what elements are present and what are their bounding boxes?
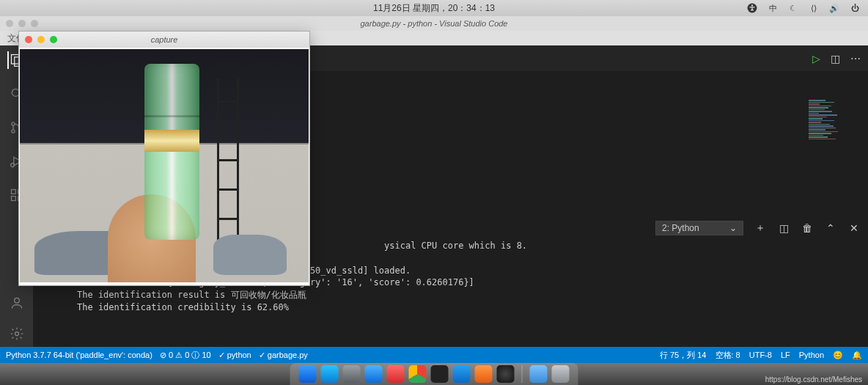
window-controls[interactable] (6, 20, 38, 27)
dock-trash-icon[interactable] (552, 365, 570, 383)
dock-obs-icon[interactable] (497, 365, 515, 383)
svg-point-6 (11, 122, 14, 125)
close-icon[interactable] (25, 36, 32, 43)
moon-icon[interactable]: ☾ (787, 2, 799, 14)
volume-icon[interactable]: 🔊 (828, 2, 840, 14)
term-line: The identification result is 可回收物/化妆品瓶 (77, 290, 306, 300)
activity-bar-bottom (8, 294, 26, 348)
dock (290, 363, 578, 385)
capture-window[interactable]: capture (18, 31, 310, 286)
output-icon[interactable]: ⟨⟩ (808, 2, 820, 14)
minimize-icon[interactable] (37, 36, 45, 43)
sb-bell-icon[interactable]: 🔔 (852, 350, 862, 361)
sb-problems[interactable]: ⊘ 0 ⚠ 0 ⓘ 10 (160, 350, 211, 361)
sb-check-python[interactable]: ✓ python (218, 351, 251, 360)
sb-cursor[interactable]: 行 75，列 14 (660, 350, 707, 361)
sb-right: 行 75，列 14 空格: 8 UTF-8 LF Python 😊 🔔 (660, 350, 862, 361)
zoom-icon[interactable] (31, 20, 38, 27)
dock-finder-icon[interactable] (299, 365, 317, 383)
dock-folder-icon[interactable] (530, 365, 548, 383)
svg-rect-11 (11, 190, 15, 194)
power-icon[interactable]: ⏻ (849, 2, 861, 14)
menubar-clock: 11月26日 星期四，20：34：13 (373, 2, 495, 15)
terminal-name: 2: Python (662, 223, 699, 233)
sb-feedback[interactable]: 😊 (833, 350, 843, 361)
dock-vscode-icon[interactable] (453, 365, 471, 383)
svg-point-15 (14, 298, 19, 303)
capture-title: capture (151, 35, 178, 44)
sb-interpreter[interactable]: Python 3.7.7 64-bit ('paddle_env': conda… (6, 351, 152, 359)
chevron-down-icon: ⌄ (729, 223, 737, 233)
sb-eol[interactable]: LF (781, 350, 790, 361)
mac-menubar: 11月26日 星期四，20：34：13 中 ☾ ⟨⟩ 🔊 ⏻ (0, 0, 868, 16)
svg-point-16 (15, 332, 18, 336)
dock-terminal-icon[interactable] (431, 365, 449, 383)
capture-window-controls[interactable] (25, 36, 57, 43)
capture-image (19, 48, 309, 284)
sb-spaces[interactable]: 空格: 8 (716, 350, 740, 361)
dock-appstore-icon[interactable] (321, 365, 339, 383)
sb-check-file[interactable]: ✓ garbage.py (259, 351, 308, 360)
dock-chrome-icon[interactable] (409, 365, 427, 383)
accessibility-icon[interactable] (746, 2, 758, 14)
more-icon[interactable]: ⋯ (850, 53, 861, 65)
vscode-titlebar: garbage.py - python - Visual Studio Code (0, 16, 868, 31)
new-terminal-icon[interactable]: ＋ (754, 221, 767, 235)
minimize-icon[interactable] (18, 20, 26, 27)
dock-music-icon[interactable] (387, 365, 405, 383)
account-icon[interactable] (8, 294, 26, 312)
split-editor-icon[interactable]: ◫ (831, 53, 840, 65)
dock-safari-icon[interactable] (365, 365, 383, 383)
watermark: https://blog.csdn.net/Mefishes (765, 375, 862, 384)
terminal-selector[interactable]: 2: Python ⌄ (655, 221, 743, 235)
zoom-icon[interactable] (50, 36, 57, 43)
run-icon[interactable]: ▷ (812, 53, 820, 65)
window-title: garbage.py - python - Visual Studio Code (361, 19, 508, 28)
split-terminal-icon[interactable]: ◫ (777, 222, 790, 234)
desktop-bottom: https://blog.csdn.net/Mefishes (0, 363, 868, 385)
kill-terminal-icon[interactable]: 🗑 (801, 222, 814, 234)
capture-titlebar[interactable]: capture (19, 32, 309, 48)
svg-rect-2 (11, 55, 18, 65)
svg-point-1 (751, 4, 753, 6)
close-panel-icon[interactable]: ✕ (847, 222, 861, 234)
menubar-right: 中 ☾ ⟨⟩ 🔊 ⏻ (746, 2, 861, 14)
term-line: The identification credibility is 62.60% (77, 302, 289, 312)
sb-encoding[interactable]: UTF-8 (749, 350, 772, 361)
gear-icon[interactable] (8, 325, 26, 342)
dock-wps-icon[interactable] (475, 365, 493, 383)
input-lang[interactable]: 中 (767, 2, 779, 14)
status-bar: Python 3.7.7 64-bit ('paddle_env': conda… (0, 347, 868, 363)
dock-settings-icon[interactable] (343, 365, 361, 383)
sb-lang[interactable]: Python (799, 350, 824, 361)
close-icon[interactable] (6, 20, 13, 27)
svg-rect-13 (11, 197, 15, 201)
svg-point-7 (11, 130, 14, 133)
maximize-panel-icon[interactable]: ⌃ (824, 222, 837, 234)
